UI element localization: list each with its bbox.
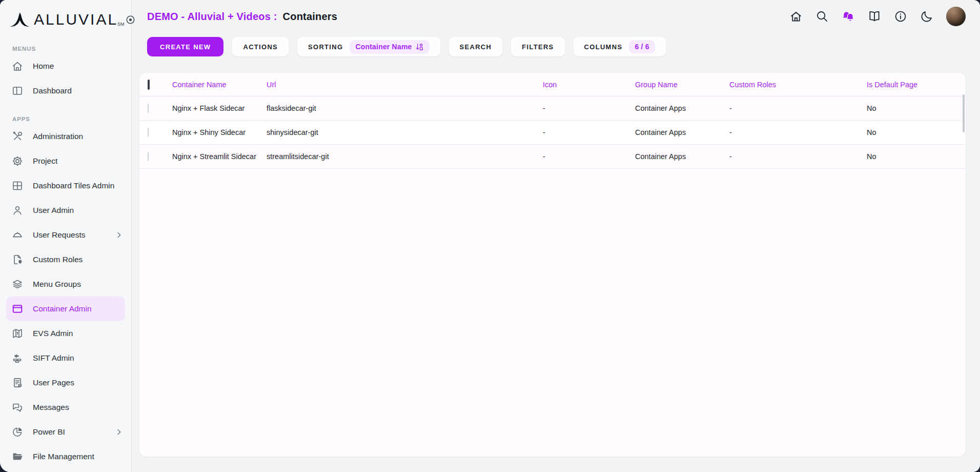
sidebar-item-user-admin[interactable]: User Admin bbox=[0, 198, 131, 223]
user-icon bbox=[11, 204, 24, 217]
table-scrollbar[interactable] bbox=[963, 94, 965, 132]
cell-custom-roles: - bbox=[729, 103, 867, 113]
cell-icon: - bbox=[543, 127, 635, 137]
columns-button[interactable]: COLUMNS 6 / 6 bbox=[574, 37, 666, 56]
browser-window-icon bbox=[11, 303, 24, 315]
sidebar-item-messages[interactable]: Messages bbox=[0, 395, 131, 420]
cloche-icon bbox=[11, 229, 24, 241]
cell-is-default-page: No bbox=[867, 103, 966, 113]
cell-custom-roles: - bbox=[729, 127, 867, 137]
containers-table-card: Container Name Url Icon Group Name Custo… bbox=[139, 73, 966, 457]
column-header-container-name[interactable]: Container Name bbox=[172, 81, 267, 89]
sidebar-section-apps: APPS bbox=[12, 116, 131, 122]
sidebar-section-menus: MENUS bbox=[12, 46, 131, 52]
column-header-url[interactable]: Url bbox=[267, 81, 543, 89]
topbar-icons bbox=[789, 7, 966, 26]
sidebar: ALLUVIALSM MENUS Home Dashboard APPS Adm… bbox=[0, 0, 132, 472]
avatar[interactable] bbox=[946, 7, 966, 26]
sorting-value-pill: Container Name bbox=[350, 40, 429, 54]
cell-url: streamlitsidecar-git bbox=[267, 151, 543, 162]
columns-label: COLUMNS bbox=[584, 43, 623, 51]
alluvial-logo-icon bbox=[8, 8, 31, 31]
sidebar-item-container-admin[interactable]: Container Admin bbox=[6, 297, 125, 321]
sort-order-icon bbox=[415, 43, 424, 51]
table-header-row: Container Name Url Icon Group Name Custo… bbox=[139, 73, 966, 96]
gear-icon bbox=[11, 155, 24, 167]
cell-url: shinysidecar-git bbox=[267, 127, 543, 137]
sidebar-item-evs-admin[interactable]: EVS Admin bbox=[0, 321, 131, 346]
breadcrumb-prefix[interactable]: DEMO - Alluvial + Videos : bbox=[147, 11, 277, 23]
toolbar: CREATE NEW ACTIONS SORTING Container Nam… bbox=[132, 33, 980, 56]
sift-icon bbox=[11, 352, 24, 364]
sorting-label: SORTING bbox=[308, 43, 343, 51]
cell-container-name: Nginx + Flask Sidecar bbox=[172, 103, 267, 113]
column-header-custom-roles[interactable]: Custom Roles bbox=[729, 81, 867, 89]
sidebar-item-power-bi[interactable]: Power BI bbox=[0, 420, 131, 444]
column-header-group-name[interactable]: Group Name bbox=[635, 81, 729, 89]
columns-count-pill: 6 / 6 bbox=[629, 40, 655, 53]
map-pin-icon bbox=[11, 327, 24, 340]
notifications-bells-icon[interactable] bbox=[842, 10, 855, 23]
sidebar-item-dashboard[interactable]: Dashboard bbox=[0, 78, 131, 103]
sidebar-item-home[interactable]: Home bbox=[0, 54, 131, 78]
home-icon bbox=[11, 60, 24, 72]
cell-custom-roles: - bbox=[729, 151, 867, 162]
tools-icon bbox=[11, 130, 24, 143]
folder-icon bbox=[11, 450, 24, 463]
main-area: DEMO - Alluvial + Videos : Containers CR… bbox=[132, 0, 980, 472]
cell-is-default-page: No bbox=[867, 127, 966, 137]
chevron-right-icon bbox=[115, 231, 123, 239]
chevron-right-icon bbox=[115, 428, 123, 436]
actions-button[interactable]: ACTIONS bbox=[232, 37, 289, 56]
sidebar-item-administration[interactable]: Administration bbox=[0, 124, 131, 149]
layers-icon bbox=[11, 278, 24, 290]
cell-container-name: Nginx + Streamlit Sidecar bbox=[172, 151, 267, 162]
cell-group-name: Container Apps bbox=[635, 103, 729, 113]
sorting-button[interactable]: SORTING Container Name bbox=[297, 37, 440, 56]
column-header-icon[interactable]: Icon bbox=[543, 81, 635, 89]
brand-servicemark: SM bbox=[117, 22, 125, 27]
sidebar-item-dashboard-tiles-admin[interactable]: Dashboard Tiles Admin bbox=[0, 173, 131, 198]
select-all-checkbox[interactable] bbox=[148, 80, 150, 90]
pie-chart-icon bbox=[11, 426, 24, 438]
dashboard-icon bbox=[11, 85, 24, 97]
app-window: ALLUVIALSM MENUS Home Dashboard APPS Adm… bbox=[0, 0, 980, 472]
grid-icon bbox=[11, 180, 24, 192]
cell-is-default-page: No bbox=[867, 151, 966, 162]
table-row[interactable]: Nginx + Shiny Sidecar shinysidecar-git -… bbox=[139, 121, 966, 145]
sidebar-item-project[interactable]: Project bbox=[0, 149, 131, 173]
brand-wordmark: ALLUVIALSM bbox=[34, 11, 125, 28]
logo-row: ALLUVIALSM bbox=[0, 0, 131, 33]
dark-mode-moon-icon[interactable] bbox=[920, 10, 933, 23]
breadcrumb: DEMO - Alluvial + Videos : Containers bbox=[147, 11, 337, 23]
row-checkbox[interactable] bbox=[148, 104, 149, 113]
page-title: Containers bbox=[283, 11, 337, 23]
search-icon[interactable] bbox=[815, 10, 829, 23]
cell-icon: - bbox=[543, 103, 635, 113]
search-button[interactable]: SEARCH bbox=[449, 37, 503, 56]
cell-url: flasksidecar-git bbox=[267, 103, 543, 113]
cell-group-name: Container Apps bbox=[635, 127, 729, 137]
cell-container-name: Nginx + Shiny Sidecar bbox=[172, 127, 267, 137]
info-icon[interactable] bbox=[894, 10, 907, 23]
sidebar-item-custom-roles[interactable]: Custom Roles bbox=[0, 247, 131, 272]
topbar: DEMO - Alluvial + Videos : Containers bbox=[132, 0, 980, 33]
sidebar-item-menu-groups[interactable]: Menu Groups bbox=[0, 272, 131, 297]
sidebar-item-user-requests[interactable]: User Requests bbox=[0, 223, 131, 247]
sidebar-item-user-pages[interactable]: User Pages bbox=[0, 370, 131, 395]
filters-button[interactable]: FILTERS bbox=[511, 37, 564, 56]
column-header-is-default-page[interactable]: Is Default Page bbox=[867, 81, 966, 89]
table-row[interactable]: Nginx + Flask Sidecar flasksidecar-git -… bbox=[139, 96, 966, 121]
table-row[interactable]: Nginx + Streamlit Sidecar streamlitsidec… bbox=[139, 145, 966, 169]
documentation-book-icon[interactable] bbox=[868, 10, 881, 23]
document-info-icon bbox=[11, 377, 24, 389]
create-new-button[interactable]: CREATE NEW bbox=[147, 37, 223, 56]
sidebar-item-sift-admin[interactable]: SIFT Admin bbox=[0, 346, 131, 370]
cell-group-name: Container Apps bbox=[635, 151, 729, 162]
sidebar-item-file-management[interactable]: File Management bbox=[0, 444, 131, 469]
cell-icon: - bbox=[543, 151, 635, 162]
home-icon[interactable] bbox=[789, 10, 803, 23]
row-checkbox[interactable] bbox=[148, 152, 149, 161]
file-shield-icon bbox=[11, 253, 24, 266]
row-checkbox[interactable] bbox=[148, 128, 149, 137]
